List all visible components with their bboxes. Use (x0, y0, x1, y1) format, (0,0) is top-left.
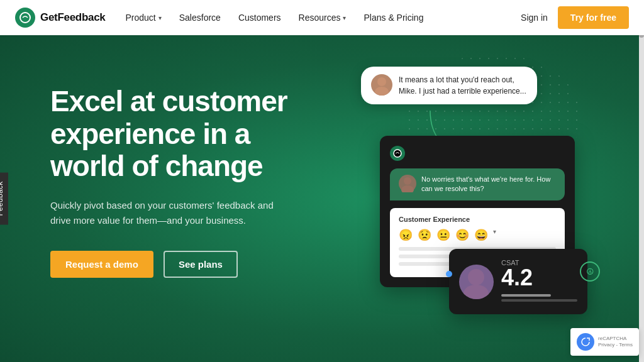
recaptcha-icon (577, 333, 594, 351)
hero-title: Excel at customer experience in a world … (50, 85, 327, 183)
navbar-nav: Product ▾ Salesforce Customers Resources… (125, 13, 423, 23)
nav-item-salesforce[interactable]: Salesforce (179, 13, 221, 23)
svg-point-7 (464, 285, 489, 299)
chat-bubble-top: It means a lot that you'd reach out, Mik… (361, 67, 537, 104)
svg-point-3 (394, 150, 401, 157)
nav-item-customers[interactable]: Customers (238, 13, 281, 23)
csat-avatar (459, 265, 494, 299)
csat-info: CSAT 4.2 (501, 259, 577, 304)
hero-illustration: It means a lot that you'd reach out, Mik… (342, 48, 606, 356)
card-header (390, 146, 565, 161)
request-demo-button[interactable]: Request a demo (50, 251, 153, 278)
hero-subtitle: Quickly pivot based on your customers' f… (50, 198, 277, 228)
scrollbar[interactable] (639, 0, 644, 362)
chevron-down-icon: ▾ (158, 14, 162, 21)
try-free-button[interactable]: Try for free (558, 6, 629, 29)
svg-point-4 (404, 177, 411, 185)
svg-point-1 (377, 77, 386, 86)
svg-point-2 (375, 87, 389, 96)
emoji-sad[interactable]: 😟 (418, 228, 431, 242)
navbar-left: GetFeedback Product ▾ Salesforce Custome… (15, 8, 423, 28)
svg-point-5 (401, 185, 414, 192)
csat-bar-2 (501, 299, 577, 302)
hero-content: Excel at customer experience in a world … (50, 73, 327, 278)
hero-section: Feedback Excel at customer experience in… (0, 35, 644, 362)
chat-bubble-text: It means a lot that you'd reach out, Mik… (399, 74, 527, 97)
nav-item-resources[interactable]: Resources ▾ (299, 13, 347, 23)
nav-item-plans[interactable]: Plans & Pricing (364, 13, 423, 23)
logo-icon (15, 8, 35, 28)
dropdown-arrow-icon[interactable]: ▾ (493, 228, 496, 242)
nav-item-product[interactable]: Product ▾ (125, 13, 161, 23)
emoji-very-happy[interactable]: 😄 (474, 228, 488, 242)
svg-point-0 (20, 13, 30, 23)
feedback-tab[interactable]: Feedback (0, 172, 8, 224)
logo-text: GetFeedback (40, 11, 105, 24)
navbar-right: Sign in Try for free (521, 6, 629, 29)
csat-bar-1 (501, 294, 551, 297)
emoji-neutral[interactable]: 😐 (436, 228, 450, 242)
logo[interactable]: GetFeedback (15, 8, 105, 28)
recaptcha-text: reCAPTCHA Privacy - Terms (598, 336, 633, 349)
sign-in-link[interactable]: Sign in (521, 13, 548, 23)
chevron-down-icon-2: ▾ (343, 14, 346, 21)
agent-avatar (399, 175, 416, 192)
csat-value: 4.2 (501, 266, 577, 289)
customer-avatar (371, 74, 392, 96)
agent-response-bubble: No worries that's what we're here for. H… (390, 168, 565, 200)
emoji-rating-row: 😠 😟 😐 😊 😄 ▾ (399, 228, 556, 242)
recaptcha-badge: reCAPTCHA Privacy - Terms (570, 328, 639, 356)
csat-bars (501, 294, 577, 302)
agent-response-text: No worries that's what we're here for. H… (421, 175, 556, 194)
see-plans-button[interactable]: See plans (164, 251, 238, 278)
navbar: GetFeedback Product ▾ Salesforce Custome… (0, 0, 644, 35)
satisfaction-icon: ☮ (580, 261, 600, 282)
svg-point-6 (468, 269, 484, 285)
connector-dot (446, 271, 452, 277)
csat-card: CSAT 4.2 (449, 249, 587, 314)
emoji-happy[interactable]: 😊 (455, 228, 469, 242)
hero-buttons: Request a demo See plans (50, 251, 327, 278)
survey-title: Customer Experience (399, 216, 556, 223)
emoji-very-sad[interactable]: 😠 (399, 228, 413, 242)
card-logo-icon (390, 146, 405, 161)
